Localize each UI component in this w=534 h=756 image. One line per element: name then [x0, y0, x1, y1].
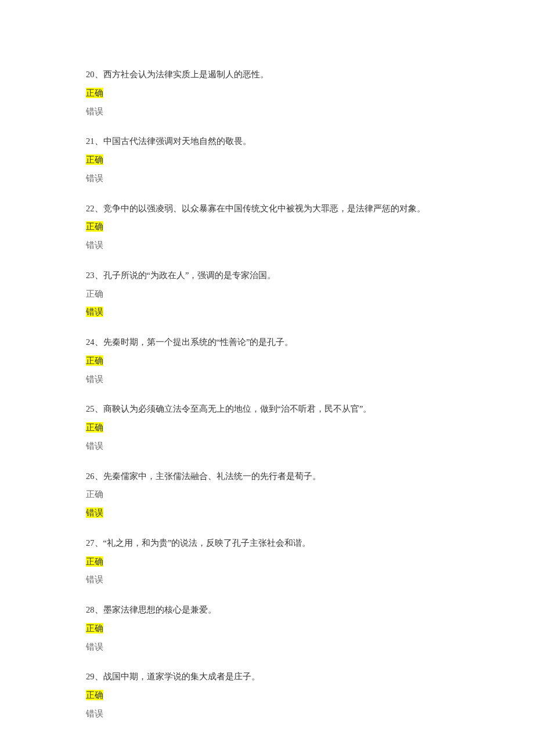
answer-wrong: 错误: [86, 106, 448, 118]
answer-wrong-label: 错误: [86, 107, 103, 116]
answer-wrong: 错误: [86, 708, 448, 721]
answer-correct: 正确: [86, 355, 448, 368]
answer-correct: 正确: [86, 622, 448, 635]
answer-correct-label: 正确: [86, 556, 103, 567]
answer-wrong: 错误: [86, 507, 448, 520]
answer-correct-label: 正确: [86, 221, 103, 232]
answer-correct: 正确: [86, 288, 448, 301]
question-text: 27、“礼之用，和为贵”的说法，反映了孔子主张社会和谐。: [86, 537, 448, 550]
question-text: 21、中国古代法律强调对天地自然的敬畏。: [86, 135, 448, 148]
question-text: 20、西方社会认为法律实质上是遏制人的恶性。: [86, 69, 448, 81]
answer-wrong: 错误: [86, 239, 448, 252]
answer-correct: 正确: [86, 488, 448, 501]
question-text: 23、孔子所说的“为政在人”，强调的是专家治国。: [86, 269, 448, 282]
answer-correct: 正确: [86, 154, 448, 167]
answer-wrong-label: 错误: [86, 375, 103, 384]
answer-correct-label: 正确: [86, 355, 103, 366]
answer-wrong-label: 错误: [86, 307, 103, 317]
answer-correct: 正确: [86, 87, 448, 100]
question-text: 25、商鞅认为必须确立法令至高无上的地位，做到“治不听君，民不从官”。: [86, 403, 448, 416]
answer-correct: 正确: [86, 689, 448, 702]
answer-correct: 正确: [86, 422, 448, 434]
answer-correct: 正确: [86, 556, 448, 568]
question-block: 20、西方社会认为法律实质上是遏制人的恶性。正确错误: [86, 69, 448, 118]
answer-correct-label: 正确: [86, 289, 103, 298]
question-block: 24、先秦时期，第一个提出系统的“性善论”的是孔子。正确错误: [86, 336, 448, 386]
answer-correct-label: 正确: [86, 154, 103, 165]
question-block: 26、先秦儒家中，主张儒法融合、礼法统一的先行者是荀子。正确错误: [86, 470, 448, 520]
answer-wrong-label: 错误: [86, 709, 103, 718]
answer-correct-label: 正确: [86, 422, 103, 433]
answer-wrong: 错误: [86, 373, 448, 386]
question-block: 22、竞争中的以强凌弱、以众暴寡在中国传统文化中被视为大罪恶，是法律严惩的对象。…: [86, 203, 448, 252]
question-block: 21、中国古代法律强调对天地自然的敬畏。正确错误: [86, 135, 448, 185]
answer-wrong-label: 错误: [86, 642, 103, 651]
question-text: 26、先秦儒家中，主张儒法融合、礼法统一的先行者是荀子。: [86, 470, 448, 483]
question-block: 23、孔子所说的“为政在人”，强调的是专家治国。正确错误: [86, 269, 448, 319]
answer-wrong-label: 错误: [86, 575, 103, 584]
answer-correct-label: 正确: [86, 489, 103, 499]
question-block: 27、“礼之用，和为贵”的说法，反映了孔子主张社会和谐。正确错误: [86, 537, 448, 586]
question-text: 24、先秦时期，第一个提出系统的“性善论”的是孔子。: [86, 336, 448, 349]
question-block: 25、商鞅认为必须确立法令至高无上的地位，做到“治不听君，民不从官”。正确错误: [86, 403, 448, 452]
questions-container: 20、西方社会认为法律实质上是遏制人的恶性。正确错误21、中国古代法律强调对天地…: [86, 69, 448, 721]
answer-correct: 正确: [86, 221, 448, 233]
question-block: 28、墨家法律思想的核心是兼爱。正确错误: [86, 604, 448, 653]
answer-wrong: 错误: [86, 306, 448, 319]
answer-wrong-label: 错误: [86, 507, 103, 518]
question-text: 29、战国中期，道家学说的集大成者是庄子。: [86, 671, 448, 683]
answer-correct-label: 正确: [86, 690, 103, 700]
answer-wrong: 错误: [86, 574, 448, 586]
answer-wrong: 错误: [86, 641, 448, 654]
answer-wrong: 错误: [86, 440, 448, 453]
document-page: 20、西方社会认为法律实质上是遏制人的恶性。正确错误21、中国古代法律强调对天地…: [0, 0, 534, 756]
answer-wrong-label: 错误: [86, 441, 103, 451]
answer-correct-label: 正确: [86, 623, 103, 633]
answer-wrong-label: 错误: [86, 240, 103, 250]
answer-wrong: 错误: [86, 172, 448, 185]
question-text: 28、墨家法律思想的核心是兼爱。: [86, 604, 448, 617]
question-block: 29、战国中期，道家学说的集大成者是庄子。正确错误: [86, 671, 448, 720]
answer-wrong-label: 错误: [86, 174, 103, 183]
answer-correct-label: 正确: [86, 88, 103, 98]
question-text: 22、竞争中的以强凌弱、以众暴寡在中国传统文化中被视为大罪恶，是法律严惩的对象。: [86, 203, 448, 215]
